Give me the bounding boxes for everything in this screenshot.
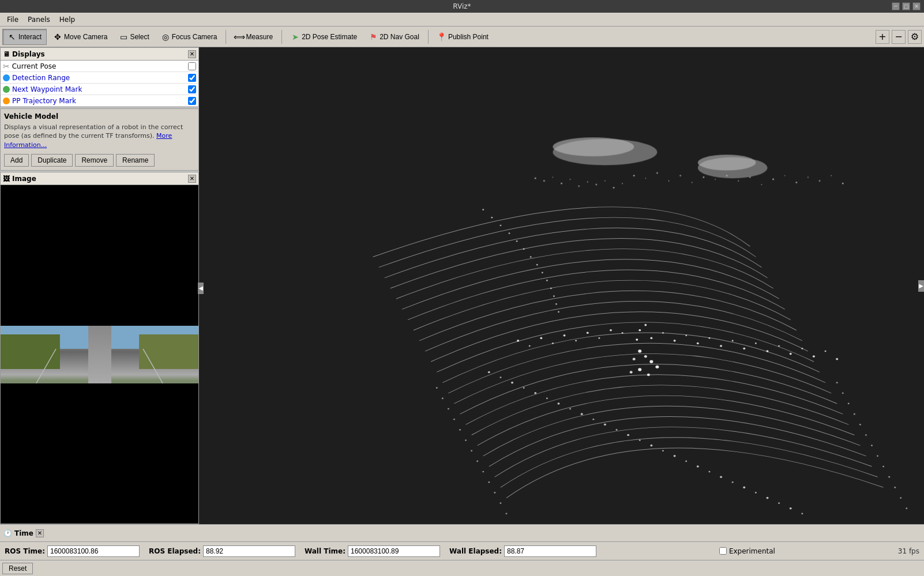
ros-time-field: ROS Time: xyxy=(5,545,140,557)
svg-point-111 xyxy=(674,455,676,457)
zoom-out-button[interactable]: − xyxy=(892,30,906,44)
collapse-right-button[interactable]: ▶ xyxy=(918,280,924,292)
status-bar: 🕐 Time ✕ xyxy=(0,524,924,541)
displays-panel: 🖥 Displays ✕ ✂ Current Pose Detection Ra… xyxy=(0,47,199,107)
maximize-button[interactable]: □ xyxy=(902,2,910,10)
svg-point-31 xyxy=(715,179,716,180)
svg-point-83 xyxy=(552,342,554,344)
ros-time-input[interactable] xyxy=(47,545,140,557)
svg-point-71 xyxy=(778,345,780,347)
minimize-button[interactable]: ─ xyxy=(892,2,900,10)
svg-point-135 xyxy=(505,513,507,514)
time-panel-header: 🕐 Time xyxy=(3,529,33,537)
next-waypoint-dot xyxy=(3,86,10,93)
svg-point-114 xyxy=(708,471,710,473)
svg-point-126 xyxy=(453,419,455,420)
svg-point-37 xyxy=(784,175,786,176)
svg-point-130 xyxy=(476,461,478,462)
svg-point-65 xyxy=(708,337,710,339)
next-waypoint-checkbox[interactable] xyxy=(188,85,196,93)
close-button[interactable]: ✕ xyxy=(912,2,921,10)
vehicle-model-description: Displays a visual representation of a ro… xyxy=(4,123,195,149)
svg-point-49 xyxy=(530,256,532,258)
svg-point-142 xyxy=(871,445,873,446)
image-close-button[interactable]: ✕ xyxy=(188,175,196,183)
menu-file[interactable]: File xyxy=(2,14,23,25)
svg-point-28 xyxy=(679,175,681,176)
add-button[interactable]: Add xyxy=(4,154,29,167)
svg-point-147 xyxy=(900,497,902,499)
svg-point-141 xyxy=(865,434,867,436)
collapse-panel-button[interactable]: ◀ xyxy=(198,283,204,294)
next-waypoint-label[interactable]: Next Waypoint Mark xyxy=(12,85,186,93)
zoom-in-button[interactable]: + xyxy=(876,30,889,44)
svg-point-23 xyxy=(622,183,623,184)
svg-point-57 xyxy=(638,329,641,332)
rename-button[interactable]: Rename xyxy=(116,154,155,167)
svg-point-47 xyxy=(516,240,518,242)
remove-button[interactable]: Remove xyxy=(75,154,114,167)
wall-elapsed-input[interactable] xyxy=(504,545,596,557)
image-icon: 🖼 xyxy=(3,175,10,183)
focus-camera-icon: ◎ xyxy=(161,32,170,42)
displays-panel-header: 🖥 Displays ✕ xyxy=(1,48,198,61)
svg-point-21 xyxy=(604,180,606,182)
image-black-top xyxy=(1,185,198,325)
measure-button[interactable]: ⟺ Measure xyxy=(230,29,278,45)
pose-estimate-icon: ➤ xyxy=(291,32,300,42)
svg-point-30 xyxy=(703,176,704,178)
svg-point-99 xyxy=(534,392,536,394)
svg-point-67 xyxy=(732,340,734,342)
pose-estimate-button[interactable]: ➤ 2D Pose Estimate xyxy=(286,29,362,45)
svg-point-35 xyxy=(761,184,762,185)
svg-point-73 xyxy=(801,348,803,349)
svg-point-56 xyxy=(558,311,559,313)
menu-panels[interactable]: Panels xyxy=(23,14,55,25)
svg-point-144 xyxy=(882,466,884,468)
window-controls[interactable]: ─ □ ✕ xyxy=(892,2,921,10)
svg-point-100 xyxy=(546,398,548,400)
pp-trajectory-dot xyxy=(3,97,10,104)
displays-close-button[interactable]: ✕ xyxy=(188,50,196,58)
move-camera-button[interactable]: ✥ Move Camera xyxy=(48,29,112,45)
svg-point-70 xyxy=(766,350,768,352)
svg-point-84 xyxy=(540,337,542,340)
svg-point-66 xyxy=(720,345,722,347)
ros-elapsed-input[interactable] xyxy=(203,545,295,557)
detection-range-label[interactable]: Detection Range xyxy=(12,74,186,82)
displays-list: ✂ Current Pose Detection Range Next Wayp… xyxy=(1,61,198,107)
publish-point-icon: 📍 xyxy=(437,32,446,42)
pp-trajectory-label[interactable]: PP Trajectory Mark xyxy=(12,97,186,105)
svg-rect-1 xyxy=(1,334,60,369)
publish-point-button[interactable]: 📍 Publish Point xyxy=(432,29,494,45)
svg-point-46 xyxy=(508,232,510,234)
menu-help[interactable]: Help xyxy=(55,14,80,25)
nav-goal-button[interactable]: ⚑ 2D Nav Goal xyxy=(363,29,425,45)
vehicle-model-title: Vehicle Model xyxy=(4,112,195,121)
duplicate-button[interactable]: Duplicate xyxy=(31,154,73,167)
svg-point-77 xyxy=(622,332,623,334)
detection-range-checkbox[interactable] xyxy=(188,74,196,82)
select-button[interactable]: ▭ Select xyxy=(114,29,154,45)
svg-point-14 xyxy=(543,180,545,182)
interact-button[interactable]: ↖ Interact xyxy=(2,29,47,45)
svg-point-59 xyxy=(636,338,638,341)
svg-point-145 xyxy=(888,476,890,478)
svg-point-27 xyxy=(668,180,670,182)
svg-point-75 xyxy=(825,351,827,352)
pp-trajectory-checkbox[interactable] xyxy=(188,97,196,105)
reset-button[interactable]: Reset xyxy=(2,563,33,574)
time-panel-close[interactable]: ✕ xyxy=(36,529,44,537)
svg-point-94 xyxy=(655,366,659,368)
wall-time-field: Wall Time: xyxy=(305,545,440,557)
3d-viewport[interactable]: ▶ xyxy=(199,47,924,524)
list-item: Detection Range xyxy=(1,72,198,84)
svg-point-91 xyxy=(638,368,641,371)
svg-point-63 xyxy=(685,334,687,336)
settings-button[interactable]: ⚙ xyxy=(908,30,922,44)
svg-point-109 xyxy=(650,445,652,447)
wall-time-input[interactable] xyxy=(348,545,440,557)
experimental-checkbox[interactable] xyxy=(719,547,727,555)
focus-camera-button[interactable]: ◎ Focus Camera xyxy=(156,29,223,45)
current-pose-checkbox[interactable] xyxy=(188,62,196,70)
